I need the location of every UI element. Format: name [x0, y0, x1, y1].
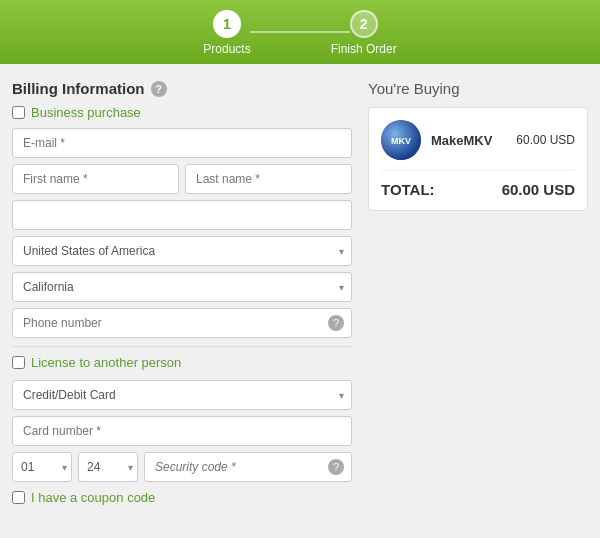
license-checkbox[interactable] — [12, 356, 25, 369]
email-field[interactable] — [12, 128, 352, 158]
last-name-field[interactable] — [185, 164, 352, 194]
coupon-checkbox[interactable] — [12, 491, 25, 504]
state-select[interactable]: California New York Texas — [12, 272, 352, 302]
country-select[interactable]: United States of America Canada United K… — [12, 236, 352, 266]
expiry-row: 01020304 05060708 09101112 ▾ 2425262728 … — [12, 452, 352, 482]
billing-section-title: Billing Information ? — [12, 80, 352, 97]
product-price: 60.00 USD — [516, 133, 575, 147]
phone-row: ? — [12, 308, 352, 338]
coupon-link[interactable]: I have a coupon code — [31, 490, 155, 505]
product-name: MakeMKV — [431, 133, 506, 148]
business-purchase-checkbox[interactable] — [12, 106, 25, 119]
stepper-header: 1 Products 2 Finish Order — [0, 0, 600, 64]
product-info: MakeMKV — [431, 133, 506, 148]
name-row — [12, 164, 352, 194]
business-purchase-row: Business purchase — [12, 105, 352, 120]
total-label: TOTAL: — [381, 181, 435, 198]
country-select-wrapper: United States of America Canada United K… — [12, 236, 352, 266]
coupon-row: I have a coupon code — [12, 490, 352, 505]
card-number-row — [12, 416, 352, 446]
order-summary: You're Buying MKV — [368, 80, 588, 505]
security-code-wrapper: ? — [144, 452, 352, 482]
product-logo: MKV — [381, 120, 421, 160]
step-1[interactable]: 1 Products — [203, 10, 250, 56]
phone-help-icon[interactable]: ? — [328, 315, 344, 331]
security-help-icon[interactable]: ? — [328, 459, 344, 475]
step-2-circle: 2 — [350, 10, 378, 38]
first-name-field[interactable] — [12, 164, 179, 194]
license-link[interactable]: License to another person — [31, 355, 181, 370]
state-select-wrapper: California New York Texas ▾ — [12, 272, 352, 302]
svg-text:MKV: MKV — [391, 136, 411, 146]
expiry-year-wrapper: 2425262728 ▾ — [78, 452, 138, 482]
expiry-month-wrapper: 01020304 05060708 09101112 ▾ — [12, 452, 72, 482]
business-purchase-label: Business purchase — [31, 105, 141, 120]
billing-help-icon[interactable]: ? — [151, 81, 167, 97]
license-row: License to another person — [12, 355, 352, 370]
main-content: Billing Information ? Business purchase … — [0, 64, 600, 521]
step-1-label: Products — [203, 42, 250, 56]
zip-field[interactable]: 90014 — [12, 200, 352, 230]
total-amount: 60.00 USD — [502, 181, 575, 198]
phone-field[interactable] — [12, 308, 352, 338]
product-row: MKV MakeMKV 60.00 USD — [381, 120, 575, 171]
expiry-month-select[interactable]: 01020304 05060708 09101112 — [12, 452, 72, 482]
card-number-field[interactable] — [12, 416, 352, 446]
payment-method-wrapper: Credit/Debit Card PayPal ▾ — [12, 380, 352, 410]
form-divider — [12, 346, 352, 347]
billing-form: Billing Information ? Business purchase … — [12, 80, 352, 505]
youre-buying-title: You're Buying — [368, 80, 588, 97]
billing-title-text: Billing Information — [12, 80, 145, 97]
expiry-year-select[interactable]: 2425262728 — [78, 452, 138, 482]
product-card: MKV MakeMKV 60.00 USD TOTAL: 60.00 USD — [368, 107, 588, 211]
payment-method-select[interactable]: Credit/Debit Card PayPal — [12, 380, 352, 410]
step-1-circle: 1 — [213, 10, 241, 38]
step-2[interactable]: 2 Finish Order — [331, 10, 397, 56]
step-2-label: Finish Order — [331, 42, 397, 56]
total-row: TOTAL: 60.00 USD — [381, 181, 575, 198]
security-code-field[interactable] — [144, 452, 352, 482]
product-logo-svg: MKV — [381, 120, 421, 160]
